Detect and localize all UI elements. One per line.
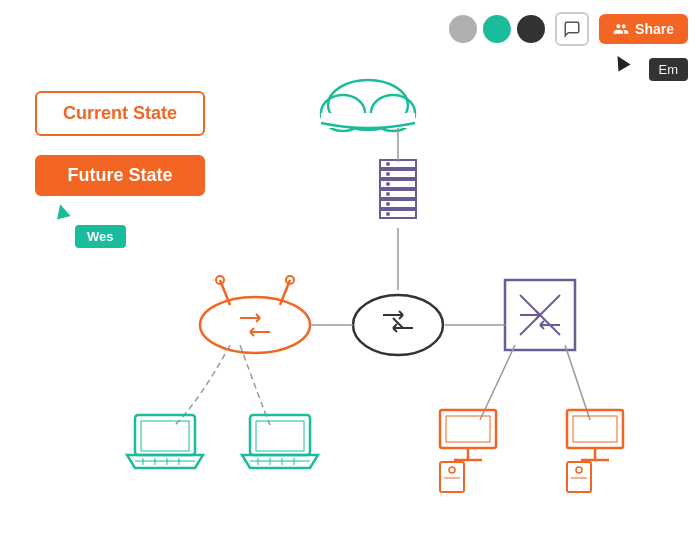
svg-rect-52 xyxy=(141,421,189,451)
orange-router-icon xyxy=(200,276,310,353)
svg-rect-6 xyxy=(380,170,416,178)
svg-rect-66 xyxy=(446,416,490,442)
svg-point-13 xyxy=(386,182,390,186)
svg-point-15 xyxy=(386,202,390,206)
svg-rect-9 xyxy=(380,200,416,208)
orange-desktop-1 xyxy=(440,410,496,492)
teal-laptop-2 xyxy=(242,415,318,468)
svg-rect-8 xyxy=(380,190,416,198)
svg-rect-73 xyxy=(573,416,617,442)
orange-desktop-2 xyxy=(567,410,623,492)
svg-point-19 xyxy=(200,297,310,353)
svg-point-11 xyxy=(386,162,390,166)
network-diagram xyxy=(0,0,700,543)
svg-rect-7 xyxy=(380,180,416,188)
svg-point-14 xyxy=(386,192,390,196)
svg-point-16 xyxy=(386,212,390,216)
svg-rect-59 xyxy=(256,421,304,451)
cloud-icon xyxy=(321,80,415,131)
firewall-icon xyxy=(380,160,416,218)
black-router-icon xyxy=(353,295,443,355)
purple-switch-icon xyxy=(505,280,575,350)
teal-laptop-1 xyxy=(127,415,203,468)
svg-point-12 xyxy=(386,172,390,176)
svg-point-70 xyxy=(449,467,455,473)
svg-point-30 xyxy=(353,295,443,355)
svg-point-77 xyxy=(576,467,582,473)
svg-rect-10 xyxy=(380,210,416,218)
